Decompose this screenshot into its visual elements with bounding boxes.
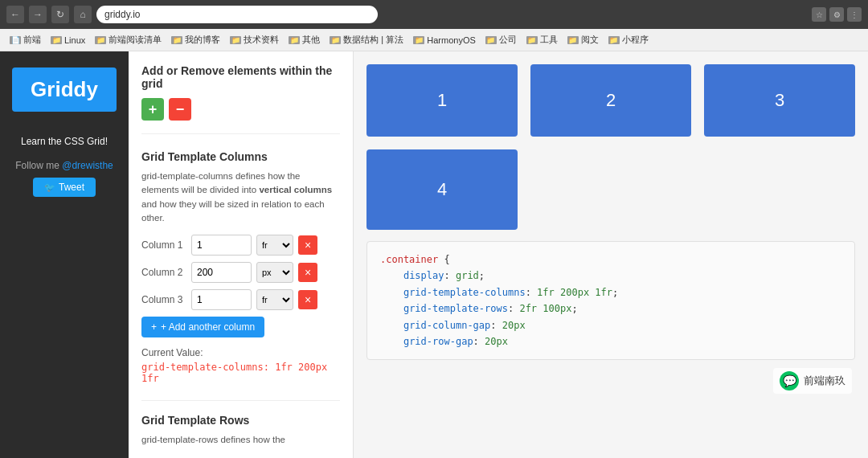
- column-3-label: Column 3: [141, 294, 186, 305]
- bookmark-other[interactable]: 📁 其他: [285, 32, 323, 47]
- bookmark-icon[interactable]: ☆: [812, 7, 826, 22]
- add-remove-buttons: + −: [141, 98, 340, 121]
- rows-section: Grid Template Rows grid-template-rows de…: [141, 400, 340, 447]
- grid-columns-title: Grid Template Columns: [141, 150, 340, 163]
- bookmark-tech[interactable]: 📁 技术资料: [227, 32, 282, 47]
- bookmark-icon-yuwen: 📁: [567, 36, 579, 44]
- current-value-code: grid-template-columns: 1fr 200px 1fr: [141, 362, 340, 384]
- bookmark-reading[interactable]: 📁 前端阅读清单: [92, 32, 165, 47]
- column-1-input[interactable]: [191, 235, 252, 256]
- bookmark-icon-blog: 📁: [171, 36, 182, 44]
- bookmark-miniapp[interactable]: 📁 小程序: [605, 32, 652, 47]
- bookmark-qianduan[interactable]: 📄 前端: [6, 32, 44, 47]
- bookmark-harmony[interactable]: 📁 HarmonyOS: [410, 34, 479, 47]
- grid-preview: 1 2 3 4: [366, 64, 855, 230]
- code-block: .container { display: grid; grid-templat…: [366, 241, 855, 360]
- code-line-rows: grid-template-rows: 2fr 100px;: [380, 301, 841, 317]
- bookmark-yuwen[interactable]: 📁 阅文: [564, 32, 602, 47]
- column-3-input[interactable]: [191, 289, 252, 310]
- bookmark-ds[interactable]: 📁 数据结构 | 算法: [326, 32, 407, 47]
- column-2-remove-button[interactable]: ×: [298, 263, 317, 282]
- content-area: Add or Remove elements within the grid +…: [129, 51, 868, 458]
- twitter-handle-link[interactable]: @drewisthe: [62, 160, 113, 171]
- bookmarks-bar: 📄 前端 📁 Linux 📁 前端阅读清单 📁 我的博客 📁 技术资料 📁 其他…: [0, 29, 868, 51]
- bookmark-icon-company: 📁: [485, 36, 497, 44]
- column-row-2: Column 2 px fr % ×: [141, 262, 340, 283]
- extensions-icon[interactable]: ⚙: [829, 7, 844, 22]
- code-line-col-gap: grid-column-gap: 20px: [380, 317, 841, 333]
- column-row-1: Column 1 fr px % ×: [141, 235, 340, 256]
- bookmark-blog[interactable]: 📁 我的博客: [168, 32, 223, 47]
- column-2-unit-select[interactable]: px fr %: [256, 262, 293, 283]
- grid-cell-3: 3: [704, 64, 855, 137]
- bookmark-tools[interactable]: 📁 工具: [523, 32, 561, 47]
- browser-chrome: ← → ↻ ⌂ griddy.io ☆ ⚙ ⋮: [0, 0, 868, 29]
- grid-cell-2: 2: [530, 64, 691, 137]
- add-element-button[interactable]: +: [141, 98, 164, 121]
- home-button[interactable]: ⌂: [74, 6, 92, 23]
- bookmark-company[interactable]: 📁 公司: [482, 32, 520, 47]
- bookmark-icon-other: 📁: [289, 36, 300, 44]
- add-remove-section: Add or Remove elements within the grid +…: [141, 64, 340, 134]
- sidebar-learn-text: Learn the CSS Grid!: [21, 136, 108, 147]
- code-line-columns: grid-template-columns: 1fr 200px 1fr;: [380, 284, 841, 301]
- bookmark-icon-miniapp: 📁: [608, 36, 620, 44]
- bookmark-icon-linux: 📁: [51, 36, 62, 44]
- remove-element-button[interactable]: −: [169, 98, 191, 121]
- bookmark-icon-qianduan: 📄: [10, 36, 21, 44]
- sidebar-logo: Griddy: [12, 67, 117, 112]
- grid-rows-title: Grid Template Rows: [141, 414, 340, 427]
- grid-columns-desc: grid-template-columns defines how the el…: [141, 170, 340, 225]
- wechat-label: 前端南玖: [804, 374, 845, 388]
- menu-icon[interactable]: ⋮: [847, 7, 862, 22]
- add-remove-title: Add or Remove elements within the grid: [141, 64, 340, 90]
- add-column-plus-icon: +: [151, 321, 157, 333]
- code-line-display: display: grid;: [380, 268, 841, 284]
- columns-section: Grid Template Columns grid-template-colu…: [141, 150, 340, 384]
- sidebar-follow-text: Follow me @drewisthe: [15, 160, 113, 171]
- left-panel: Add or Remove elements within the grid +…: [129, 51, 354, 458]
- sidebar: Griddy Learn the CSS Grid! Follow me @dr…: [0, 51, 129, 458]
- address-bar[interactable]: griddy.io: [96, 6, 378, 23]
- grid-rows-desc: grid-template-rows defines how the: [141, 433, 340, 447]
- current-value-label: Current Value:: [141, 347, 340, 358]
- back-button[interactable]: ←: [6, 6, 24, 23]
- url-text: griddy.io: [104, 9, 140, 20]
- grid-cell-4: 4: [366, 149, 518, 230]
- browser-actions: ☆ ⚙ ⋮: [812, 7, 862, 22]
- twitter-icon: 🐦: [44, 182, 55, 193]
- bookmark-icon-reading: 📁: [95, 36, 106, 44]
- column-2-label: Column 2: [141, 267, 186, 278]
- current-value-section: Current Value: grid-template-columns: 1f…: [141, 347, 340, 384]
- bookmark-linux[interactable]: 📁 Linux: [47, 34, 88, 47]
- tweet-button[interactable]: 🐦 Tweet: [33, 178, 96, 197]
- column-3-unit-select[interactable]: fr px %: [256, 289, 293, 310]
- app-layout: Griddy Learn the CSS Grid! Follow me @dr…: [0, 51, 868, 458]
- bookmark-icon-tools: 📁: [526, 36, 538, 44]
- bookmark-icon-ds: 📁: [330, 36, 341, 44]
- column-3-remove-button[interactable]: ×: [298, 290, 317, 309]
- right-panel: 1 2 3 4 .container { display: grid; grid…: [354, 51, 868, 458]
- column-row-3: Column 3 fr px % ×: [141, 289, 340, 310]
- grid-cell-1: 1: [366, 64, 518, 137]
- wechat-logo-icon: 💬: [780, 371, 799, 391]
- column-1-remove-button[interactable]: ×: [298, 235, 317, 255]
- bookmark-icon-tech: 📁: [230, 36, 241, 44]
- code-line-row-gap: grid-row-gap: 20px: [380, 333, 841, 350]
- wechat-watermark: 💬 前端南玖: [773, 368, 852, 394]
- bookmark-icon-harmony: 📁: [413, 36, 424, 44]
- refresh-button[interactable]: ↻: [51, 6, 69, 23]
- column-1-unit-select[interactable]: fr px %: [256, 235, 293, 256]
- forward-button[interactable]: →: [29, 6, 47, 23]
- column-2-input[interactable]: [191, 262, 252, 283]
- code-selector: .container {: [380, 251, 841, 268]
- column-1-label: Column 1: [141, 239, 186, 251]
- add-column-button[interactable]: + + Add another column: [141, 317, 264, 337]
